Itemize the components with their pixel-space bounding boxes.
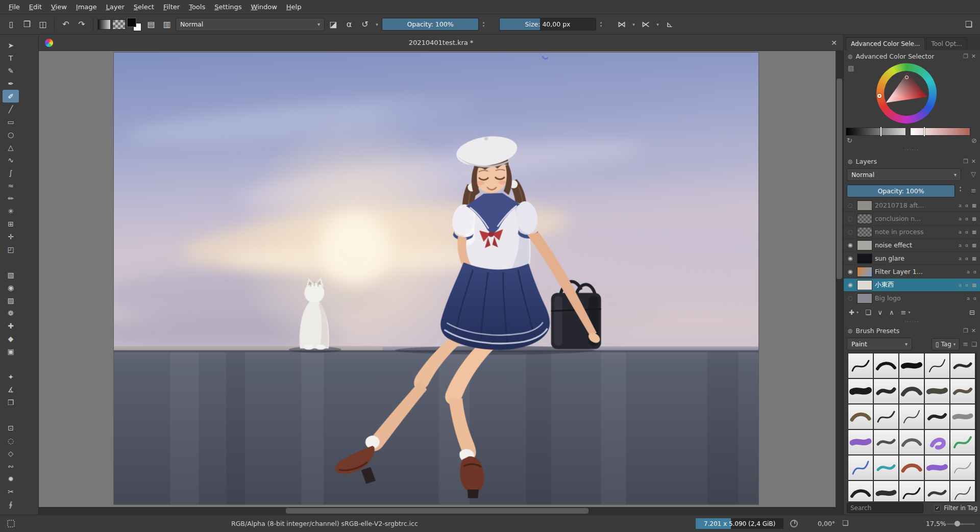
brush-preset[interactable] <box>848 404 873 429</box>
transform-tool[interactable]: ⊞ <box>3 217 19 230</box>
layer-property-icons[interactable]: a α <box>967 295 977 301</box>
layer-row[interactable]: ◉ 小東西 a α ▦ <box>844 278 980 292</box>
layer-filter-funnel-icon[interactable]: ▽ <box>971 170 976 178</box>
opacity-slider[interactable]: Opacity: 100% <box>382 18 479 31</box>
measure-tool[interactable]: ∡ <box>3 383 19 396</box>
bezier-curve-tool[interactable]: ∫ <box>3 166 19 179</box>
layer-visibility-icon[interactable]: ◌ <box>846 295 854 301</box>
brush-preset[interactable] <box>874 379 898 403</box>
freehand-path-tool[interactable]: ≈ <box>3 179 19 192</box>
smart-patch-tool[interactable]: ✚ <box>3 319 19 332</box>
selection-mode-icon[interactable] <box>7 520 15 527</box>
layer-properties-button[interactable]: ≡ <box>901 309 906 316</box>
brush-preset[interactable] <box>848 353 873 378</box>
brush-preset[interactable] <box>848 481 873 502</box>
layer-blending-mode-dropdown[interactable]: Normal ▾ <box>847 168 961 181</box>
gradient-tool[interactable]: ▧ <box>3 268 19 281</box>
fill-tool[interactable]: ◆ <box>3 332 19 345</box>
move-tool[interactable]: ✛ <box>3 230 19 243</box>
color-selector-settings-icon[interactable]: ▤ <box>848 64 854 72</box>
hue-marker[interactable] <box>877 94 881 98</box>
docker-resize-handle[interactable]: ······ <box>844 320 980 324</box>
menu-item[interactable]: Image <box>71 1 102 13</box>
layer-row[interactable]: ◌ conclusion n... a α ▦ <box>844 212 980 225</box>
brush-preset[interactable] <box>874 481 898 502</box>
brush-preset[interactable] <box>925 481 949 502</box>
brush-preset[interactable] <box>874 455 898 480</box>
rectangle-tool[interactable]: ▭ <box>3 115 19 128</box>
color-marker[interactable] <box>905 75 909 79</box>
pattern-tool[interactable]: ▨ <box>3 294 19 307</box>
layer-row[interactable]: ◉ noise effect a α ▦ <box>844 239 980 252</box>
brush-editor-icon[interactable]: ▥ <box>160 17 174 32</box>
close-document-icon[interactable]: ✕ <box>831 39 837 47</box>
canvas[interactable] <box>114 53 758 504</box>
workspace-chooser-icon[interactable]: ❏ <box>962 17 976 32</box>
layer-row[interactable]: ◌ 20210718 aft... a α ▦ <box>844 199 980 212</box>
brush-preset[interactable] <box>950 379 975 403</box>
opacity-spinner[interactable]: ▴ ▾ <box>480 21 487 28</box>
brush-preset[interactable] <box>899 353 924 378</box>
polyline-tool[interactable]: ∿ <box>3 154 19 166</box>
float-docker-icon[interactable]: ❐ <box>963 53 968 60</box>
layer-property-icons[interactable]: a α ▦ <box>959 216 977 221</box>
brush-preset[interactable] <box>925 455 949 480</box>
brush-preset[interactable] <box>874 353 898 378</box>
menu-item[interactable]: Select <box>129 1 159 13</box>
multibrush-tool[interactable]: ✳ <box>3 205 19 217</box>
float-docker-icon[interactable]: ❐ <box>963 327 968 334</box>
zoom-slider-thumb[interactable] <box>954 521 960 526</box>
freehand-brush-tool[interactable]: ✐ <box>3 90 19 103</box>
brush-size-slider[interactable]: Size: 40,00 px <box>499 18 596 31</box>
layer-visibility-icon[interactable]: ◉ <box>846 255 854 262</box>
dynamic-brush-tool[interactable]: ✏ <box>3 192 19 205</box>
brush-preset[interactable] <box>950 353 975 378</box>
menu-item[interactable]: Edit <box>24 1 46 13</box>
menu-item[interactable]: Layer <box>102 1 129 13</box>
layer-property-icons[interactable]: a α ▦ <box>959 202 977 208</box>
brush-preset[interactable] <box>874 430 898 454</box>
chevron-down-icon[interactable]: ▾ <box>374 17 380 32</box>
docker-tab[interactable]: Tool Opt... <box>926 37 967 50</box>
menu-item[interactable]: File <box>4 1 24 13</box>
brush-preset[interactable] <box>925 379 949 403</box>
shade-marker[interactable] <box>924 127 925 136</box>
tag-button[interactable]: ▯ Tag ▾ <box>932 338 960 350</box>
calligraphy-tool[interactable]: ✒ <box>3 77 19 90</box>
chevron-down-icon[interactable]: ▾ <box>630 17 637 32</box>
chevron-down-icon[interactable]: ▾ <box>654 17 661 32</box>
wrap-around-icon[interactable]: ⊾ <box>663 17 677 32</box>
close-docker-icon[interactable]: ✕ <box>971 158 976 165</box>
shade-strip-light[interactable] <box>910 128 970 136</box>
menu-item[interactable]: Settings <box>210 1 246 13</box>
horizontal-scrollbar-thumb[interactable] <box>286 508 589 514</box>
line-tool[interactable]: ╱ <box>3 103 19 115</box>
similar-select-tool[interactable]: ✂ <box>3 485 19 498</box>
brush-preset[interactable] <box>899 404 924 429</box>
layer-property-icons[interactable]: a α <box>967 269 977 274</box>
contiguous-select-tool[interactable]: ✹ <box>3 472 19 485</box>
vertical-scrollbar-thumb[interactable] <box>837 79 842 279</box>
mirror-horizontal-icon[interactable]: ⋈ <box>615 17 629 32</box>
select-shapes-tool[interactable]: ➤ <box>3 39 19 52</box>
docker-tab[interactable]: Advanced Color Sele... <box>846 37 925 50</box>
brush-preset[interactable] <box>899 481 924 502</box>
brush-preset[interactable] <box>899 455 924 480</box>
brush-presets-chooser-icon[interactable]: ▤ <box>144 17 158 32</box>
layer-property-icons[interactable]: a α ▦ <box>959 256 977 261</box>
chevron-down-icon[interactable]: ▾ <box>856 310 859 315</box>
view-mode-icon[interactable]: ≡ <box>963 340 968 348</box>
brush-preset[interactable] <box>925 430 949 454</box>
layer-row[interactable]: ◉ sun glare a α ▦ <box>844 252 980 265</box>
reload-preset-icon[interactable]: ↺ <box>358 17 372 32</box>
layer-row[interactable]: ◉ Filter Layer 1... a α <box>844 265 980 278</box>
vertical-scrollbar[interactable] <box>836 51 843 507</box>
open-document-icon[interactable]: ❒ <box>20 17 34 32</box>
brush-preset[interactable] <box>899 379 924 403</box>
menu-item[interactable]: Window <box>247 1 282 13</box>
layer-opacity-slider[interactable]: Opacity: 100% <box>847 185 955 197</box>
zoom-slider[interactable] <box>947 522 975 526</box>
menu-item[interactable]: Tools <box>184 1 210 13</box>
assistants-tool[interactable]: ✦ <box>3 370 19 383</box>
layer-opacity-spinner[interactable]: ▴ ▾ <box>957 186 964 192</box>
